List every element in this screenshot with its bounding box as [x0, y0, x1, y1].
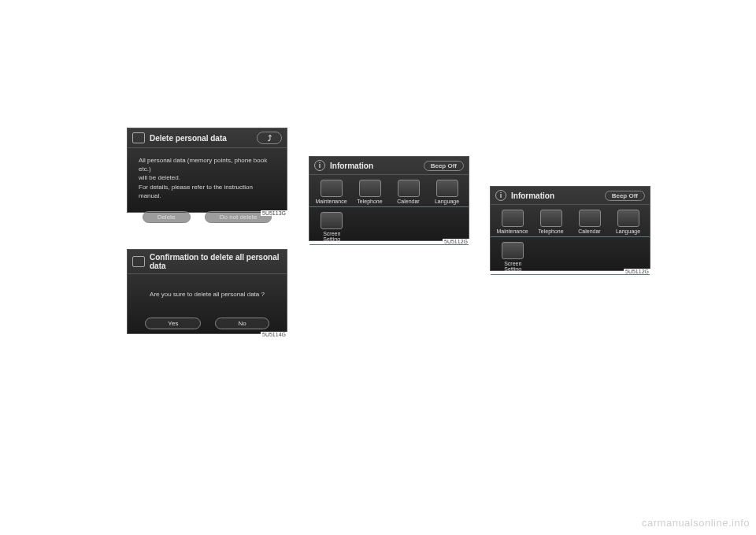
- caption-holder: 5U5112G: [490, 266, 650, 274]
- info-icon: i: [314, 160, 325, 171]
- delete-personal-data-screen: Delete personal data ⤴ All personal data…: [127, 128, 287, 213]
- information-menu-screen: i Information Beep Off Maintenance Telep…: [309, 156, 469, 241]
- screen-title: Information: [330, 162, 373, 170]
- caption-holder: 5U5114G: [127, 329, 287, 337]
- title-bar: i Information Beep Off: [491, 187, 650, 205]
- book-icon: [617, 210, 639, 227]
- confirmation-delete-screen: Confirmation to delete all personal data…: [127, 249, 287, 334]
- image-caption: 5U5112G: [443, 239, 469, 244]
- message-body: All personal data (memory points, phone …: [128, 148, 287, 208]
- tile-label: Language: [435, 199, 459, 205]
- title-bar: i Information Beep Off: [309, 157, 469, 175]
- tile-label: Telephone: [538, 228, 563, 235]
- calendar-tile[interactable]: Calendar: [571, 210, 608, 235]
- telephone-tile[interactable]: Telephone: [532, 210, 569, 235]
- maintenance-tile[interactable]: Maintenance: [494, 210, 531, 235]
- caption-holder: 5U5112G: [309, 236, 469, 244]
- title-bar: Confirmation to delete all personal data: [128, 250, 287, 274]
- info-icon: i: [495, 190, 506, 201]
- book-icon: [436, 180, 458, 197]
- message-line: For details, please refer to the instruc…: [139, 183, 276, 200]
- image-caption: 5U5113G: [261, 210, 287, 216]
- tile-label: Calendar: [397, 199, 419, 205]
- page-root: Delete personal data ⤴ All personal data…: [0, 0, 756, 535]
- no-button[interactable]: No: [215, 318, 269, 329]
- tile-label: Language: [616, 228, 640, 235]
- menu-row-1: Maintenance Telephone Calendar Language: [309, 175, 469, 207]
- tile-label: Telephone: [357, 199, 382, 205]
- tile-label: Maintenance: [315, 199, 346, 205]
- list-icon: [132, 256, 145, 267]
- wrench-icon: [502, 210, 524, 227]
- yes-button[interactable]: Yes: [145, 318, 201, 329]
- confirmation-message: Are you sure to delete all personal data…: [128, 274, 287, 314]
- information-menu-screen: i Information Beep Off Maintenance Telep…: [490, 186, 650, 271]
- telephone-tile[interactable]: Telephone: [351, 180, 388, 205]
- title-bar: Delete personal data ⤴: [128, 128, 287, 148]
- screen-title: Delete personal data: [150, 134, 227, 143]
- calendar-icon: [579, 210, 601, 227]
- beep-off-button[interactable]: Beep Off: [424, 161, 464, 171]
- screen-icon: [321, 212, 343, 229]
- caption-holder: 5U5113G: [127, 208, 287, 216]
- phone-icon: [540, 210, 562, 227]
- back-button[interactable]: ⤴: [257, 132, 282, 144]
- list-icon: [132, 132, 145, 143]
- language-tile[interactable]: Language: [428, 180, 465, 205]
- image-caption: 5U5114G: [261, 332, 287, 337]
- watermark: carmanualsonline.info: [642, 517, 750, 529]
- menu-row-1: Maintenance Telephone Calendar Language: [491, 205, 650, 237]
- wrench-icon: [321, 180, 343, 197]
- screen-icon: [502, 242, 524, 259]
- image-caption: 5U5112G: [624, 269, 650, 274]
- back-arrow-icon: ⤴: [268, 134, 272, 143]
- message-line: All personal data (memory points, phone …: [139, 156, 276, 173]
- tile-label: Calendar: [578, 228, 600, 235]
- phone-icon: [359, 180, 381, 197]
- message-line: will be deleted.: [139, 173, 276, 182]
- tile-label: Maintenance: [496, 228, 528, 235]
- maintenance-tile[interactable]: Maintenance: [313, 180, 350, 205]
- beep-off-button[interactable]: Beep Off: [605, 191, 645, 201]
- screen-title: Information: [511, 191, 554, 200]
- calendar-tile[interactable]: Calendar: [390, 180, 427, 205]
- calendar-icon: [398, 180, 420, 197]
- screen-title: Confirmation to delete all personal data: [150, 253, 282, 270]
- language-tile[interactable]: Language: [610, 210, 647, 235]
